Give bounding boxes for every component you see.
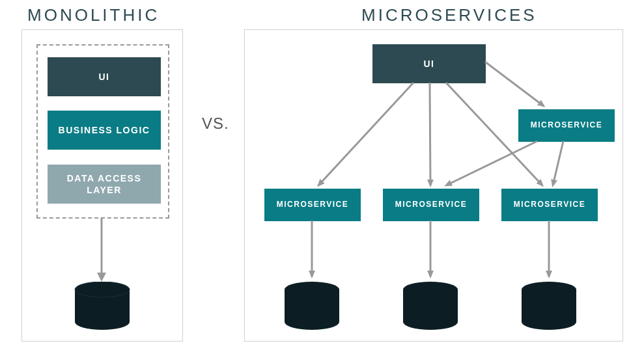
svg-point-2 <box>75 314 130 330</box>
block-label: MICROSERVICE <box>514 200 585 210</box>
block-label: UI <box>424 58 435 70</box>
microservice-block-2: MICROSERVICE <box>383 189 479 221</box>
database-icon <box>520 282 578 330</box>
microservice-block-1: MICROSERVICE <box>264 189 361 221</box>
svg-point-12 <box>403 314 458 330</box>
svg-point-9 <box>285 314 339 330</box>
block-label: MICROSERVICE <box>395 200 467 210</box>
microservices-title: MICROSERVICES <box>361 5 537 25</box>
block-label: UI <box>99 71 110 83</box>
vs-label: VS. <box>202 114 229 133</box>
monolithic-title: MONOLITHIC <box>27 5 160 25</box>
database-icon <box>74 282 131 330</box>
block-label: MICROSERVICE <box>277 200 348 210</box>
block-label: DATA ACCESS LAYER <box>48 172 161 196</box>
block-label: MICROSERVICE <box>531 120 602 131</box>
monolithic-data-access-block: DATA ACCESS LAYER <box>48 165 161 204</box>
monolithic-stack-container: UI BUSINESS LOGIC DATA ACCESS LAYER <box>36 44 169 219</box>
database-icon <box>283 282 341 330</box>
microservice-block-right-upper: MICROSERVICE <box>518 109 615 142</box>
monolithic-ui-block: UI <box>48 57 161 96</box>
monolithic-business-logic-block: BUSINESS LOGIC <box>48 111 161 150</box>
microservices-ui-block: UI <box>372 44 486 83</box>
microservice-block-3: MICROSERVICE <box>501 189 598 221</box>
svg-point-15 <box>522 314 576 330</box>
database-icon <box>402 282 459 330</box>
block-label: BUSINESS LOGIC <box>52 124 157 136</box>
